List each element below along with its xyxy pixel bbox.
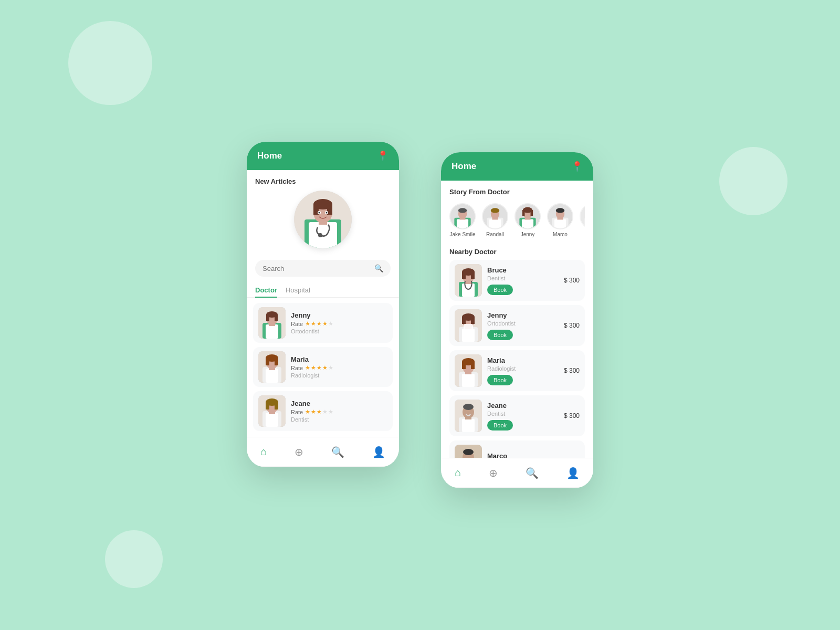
svg-rect-28 — [275, 358, 278, 365]
svg-point-63 — [581, 204, 585, 228]
svg-rect-94 — [462, 419, 475, 432]
book-button-maria[interactable]: Book — [487, 375, 513, 385]
book-button-bruce[interactable]: Book — [487, 285, 513, 295]
search-input[interactable] — [262, 265, 370, 272]
left-phone-nav: ⌂ ⊕ 🔍 👤 — [247, 437, 399, 466]
story-item-jake[interactable]: Jake Smile — [449, 203, 476, 237]
right-nav-add-icon[interactable]: ⊕ — [489, 467, 498, 479]
nearby-info-jeane: Jeane Dentist Book — [487, 402, 559, 430]
nav-home-icon[interactable]: ⌂ — [260, 446, 267, 458]
right-nav-home-icon[interactable]: ⌂ — [455, 467, 461, 479]
nearby-name-maria: Maria — [487, 356, 559, 364]
svg-rect-56 — [531, 210, 533, 216]
story-item-br[interactable]: Br... — [580, 203, 585, 237]
tabs: Doctor Hospital — [247, 283, 399, 298]
story-avatar-marco-story — [547, 203, 573, 229]
svg-rect-31 — [266, 413, 278, 427]
left-header-title: Home — [257, 151, 282, 161]
svg-point-10 — [319, 212, 320, 214]
right-nav-profile-icon[interactable]: 👤 — [566, 467, 580, 479]
story-item-marco-story[interactable]: Marco — [547, 203, 573, 237]
svg-rect-55 — [522, 210, 525, 216]
doctor-card-jeane[interactable]: Jeane Rate ★ ★ ★ ★ ★ Dentist — [253, 391, 393, 431]
nearby-card-bruce: Bruce Dentist Book $ 300 — [449, 260, 585, 301]
doctor-name-jeane: Jeane — [291, 400, 387, 407]
right-location-icon: 📍 — [571, 161, 583, 172]
nearby-card-maria: Maria Radiologist Book $ 300 — [449, 350, 585, 391]
svg-rect-39 — [457, 219, 468, 228]
star-3: ★ — [317, 320, 322, 327]
nav-profile-icon[interactable]: 👤 — [372, 446, 385, 458]
story-item-jenny-story[interactable]: Jenny — [514, 203, 541, 237]
doctor-avatar-maria — [258, 351, 286, 383]
right-nav-search-icon[interactable]: 🔍 — [526, 467, 539, 479]
star-2: ★ — [311, 408, 316, 415]
search-bar[interactable]: 🔍 — [255, 260, 391, 277]
doctor-rate-jeane: Rate ★ ★ ★ ★ ★ — [291, 408, 387, 415]
doctor-rate-maria: Rate ★ ★ ★ ★ ★ — [291, 364, 387, 371]
nav-add-icon[interactable]: ⊕ — [295, 446, 303, 458]
svg-rect-23 — [266, 369, 278, 383]
tab-hospital[interactable]: Hospital — [286, 283, 319, 297]
left-phone: Home 📍 New Articles — [247, 142, 399, 467]
doctor-name-maria: Maria — [291, 355, 387, 363]
svg-rect-35 — [266, 402, 269, 410]
nearby-info-bruce: Bruce Dentist Book — [487, 266, 559, 295]
story-item-randall[interactable]: Randall — [482, 203, 508, 237]
svg-rect-64 — [584, 218, 585, 228]
story-section: Story From Doctor Jake Smil — [441, 181, 593, 245]
story-scroll: Jake Smile Randall — [449, 201, 585, 239]
svg-point-48 — [491, 208, 500, 213]
doctor-info-jenny: Jenny Rate ★ ★ ★ ★ ★ Ortodontist — [291, 311, 387, 334]
story-name-jenny: Jenny — [521, 232, 535, 237]
star-1: ★ — [305, 320, 310, 327]
svg-point-12 — [318, 233, 322, 237]
tab-doctor[interactable]: Doctor — [255, 283, 286, 297]
doctor-list: Jenny Rate ★ ★ ★ ★ ★ Ortodontist — [247, 303, 399, 431]
nearby-section: Nearby Doctor — [441, 245, 593, 458]
story-name-marco: Marco — [553, 232, 568, 237]
hero-doctor-svg — [294, 191, 352, 248]
doctor-info-maria: Maria Rate ★ ★ ★ ★ ★ Radiologist — [291, 355, 387, 379]
svg-point-11 — [326, 212, 328, 214]
new-articles-title: New Articles — [255, 177, 391, 185]
nav-search-icon[interactable]: 🔍 — [331, 446, 344, 458]
doctor-specialty-maria: Radiologist — [291, 372, 387, 379]
star-5: ★ — [328, 320, 333, 327]
book-button-jeane[interactable]: Book — [487, 420, 513, 430]
search-icon: 🔍 — [374, 264, 383, 272]
story-avatar-br — [580, 203, 585, 229]
bg-circle-1 — [68, 21, 152, 105]
svg-rect-90 — [462, 362, 466, 369]
bg-circle-3 — [719, 147, 788, 215]
book-button-jenny[interactable]: Book — [487, 330, 513, 340]
doctor-card-jenny[interactable]: Jenny Rate ★ ★ ★ ★ ★ Ortodontist — [253, 303, 393, 343]
story-name-randall: Randall — [486, 232, 504, 237]
nearby-price-bruce: $ 300 — [564, 277, 580, 284]
star-4: ★ — [322, 320, 328, 327]
story-avatar-jenny-story — [514, 203, 541, 229]
nearby-name-jeane: Jeane — [487, 402, 559, 410]
right-phone-header: Home 📍 — [441, 152, 593, 181]
right-phone-body: Story From Doctor Jake Smil — [441, 181, 593, 458]
svg-rect-59 — [554, 219, 566, 228]
nearby-specialty-maria: Radiologist — [487, 365, 559, 372]
story-avatar-randall — [482, 203, 508, 229]
doctor-avatar-jenny — [258, 307, 286, 339]
nearby-specialty-bruce: Dentist — [487, 275, 559, 281]
svg-rect-80 — [464, 324, 473, 330]
doctor-card-maria[interactable]: Maria Rate ★ ★ ★ ★ ★ Radiologist — [253, 347, 393, 387]
doctor-info-jeane: Jeane Rate ★ ★ ★ ★ ★ Dentist — [291, 400, 387, 423]
nearby-avatar-bruce — [455, 264, 482, 297]
svg-rect-19 — [266, 314, 269, 321]
article-hero — [255, 191, 391, 248]
svg-rect-15 — [266, 324, 278, 339]
star-5: ★ — [328, 364, 333, 371]
nearby-name-bruce: Bruce — [487, 266, 559, 274]
star-1: ★ — [305, 408, 310, 415]
svg-rect-20 — [275, 314, 278, 321]
nearby-section-title: Nearby Doctor — [449, 248, 585, 256]
star-2: ★ — [311, 320, 316, 327]
svg-rect-51 — [522, 219, 533, 228]
svg-rect-82 — [462, 317, 466, 324]
